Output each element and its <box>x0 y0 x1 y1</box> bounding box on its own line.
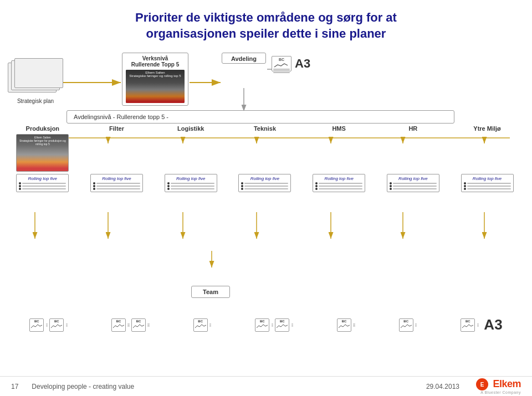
dept-col-filter: Filter Rolling top five <box>84 125 150 194</box>
a3-group-logistikk: BC <box>193 318 212 332</box>
rolling-box-hr: Rolling top five <box>387 174 439 192</box>
a3-mini-card-hms: BC <box>337 318 351 332</box>
bc-mini-card: BC <box>272 56 291 71</box>
a3-mini-card-f1: BC <box>111 318 126 332</box>
dept-label-hms: HMS <box>332 125 345 132</box>
a3-mini-card-ytre: BC <box>461 318 475 332</box>
bc-mini-chart <box>273 61 290 69</box>
bc-line-1 <box>273 69 290 70</box>
a3-mini-card-1: BC <box>29 318 44 332</box>
rolling-title-hms: Rolling top five <box>315 176 362 181</box>
footer-text: Developing people - creating value <box>32 383 426 390</box>
rolling-title-teknisk: Rolling top five <box>241 176 288 181</box>
a3-big-label: A3 <box>484 316 502 333</box>
title-line2: organisasjonen speiler dette i sine plan… <box>33 26 499 42</box>
bc-chart-svg <box>273 61 290 68</box>
a3-mini-card-t1: BC <box>255 318 269 332</box>
avd-bar-text: Avdelingsnivå - Rullerende topp 5 - <box>74 114 168 120</box>
dept-row: Produksjon Elkem SaltenStrategiske førin… <box>8 125 524 194</box>
rolling-title-logistikk: Rolling top five <box>167 176 214 181</box>
rolling-lines-l <box>167 182 214 190</box>
a3-mini-card-f2: BC <box>131 318 146 332</box>
a3-mini-chart-svg-1 <box>30 323 43 328</box>
dept-col-logistikk: Logistikk Rolling top five <box>157 125 224 194</box>
a3-group-produksjon: BC BC <box>29 318 68 332</box>
a3-group-hms: BC <box>337 318 355 332</box>
rolling-lines-f <box>93 182 140 190</box>
bc-line-3 <box>273 72 290 73</box>
footer-date: 29.04.2013 <box>426 383 459 390</box>
rolling-lines-hr <box>390 182 437 190</box>
elkem-logo-text: Elkem <box>493 378 521 389</box>
dept-label-produksjon: Produksjon <box>26 125 60 132</box>
rolling-box-teknisk: Rolling top five <box>238 174 291 192</box>
rolling-box-filter: Rolling top five <box>90 174 143 192</box>
strat-plan: Strategisk plan <box>8 63 63 104</box>
verksniva-doc-label: Elkem SaltenStrategiske føringer og roll… <box>126 71 185 78</box>
rolling-title-ytre: Rolling top five <box>464 176 511 181</box>
verksniva-box: Verksnivå Rullerende Topp 5 Elkem Salten… <box>122 53 188 106</box>
dept-label-teknisk: Teknisk <box>254 125 276 132</box>
elkem-logo-circle: E <box>476 378 488 390</box>
dept-doc-label: Elkem SaltenStrategiske føringer for pro… <box>17 136 68 146</box>
elkem-logo-sub: A Bluester Company <box>480 390 521 394</box>
dept-col-hms: HMS Rolling top five <box>306 125 372 194</box>
footer-page: 17 <box>11 383 18 390</box>
a3-mini-chart-svg-2 <box>50 323 63 328</box>
dept-col-ytre-miljo: Ytre Miljø Rolling top five <box>454 125 520 194</box>
verksniva-subtitle: Rullerende Topp 5 <box>131 61 180 68</box>
rolling-title-filter: Rolling top five <box>93 176 140 181</box>
a3-group-teknisk: BC BC <box>255 318 293 332</box>
diagram: Strategisk plan Verksnivå Rullerende Top… <box>0 45 532 377</box>
a3-group-hr: BC <box>399 318 417 332</box>
dept-col-produksjon: Produksjon Elkem SaltenStrategiske førin… <box>9 125 76 194</box>
strat-plan-cards <box>8 63 63 96</box>
avdeling-box: Avdeling <box>222 53 266 64</box>
rolling-box-logistikk: Rolling top five <box>165 174 217 192</box>
rolling-lines <box>19 182 66 190</box>
rolling-box-ytre: Rolling top five <box>461 174 514 192</box>
a3-mini-card-hr: BC <box>399 318 413 332</box>
rolling-title-hr: Rolling top five <box>390 176 437 181</box>
title-line1: Prioriter de viktigste områdene og sørg … <box>33 10 499 26</box>
footer-developing-text: Developing people - creating value <box>32 383 134 390</box>
strat-plan-label: Strategisk plan <box>8 98 63 104</box>
a3-label-top: A3 <box>295 56 310 71</box>
a3-mini-lines-2 <box>65 323 68 327</box>
elkem-logo: E Elkem A Bluester Company <box>476 378 521 395</box>
main-title: Prioriter de viktigste områdene og sørg … <box>0 0 532 45</box>
rolling-box-hms: Rolling top five <box>313 174 365 192</box>
team-box: Team <box>191 286 230 298</box>
bc-mini-lines <box>273 69 290 74</box>
rolling-box-produksjon: Rolling top five <box>16 174 69 192</box>
dept-doc-produksjon: Elkem SaltenStrategiske føringer for pro… <box>16 134 69 172</box>
rolling-lines-ytre <box>464 182 511 190</box>
a3-group-ytre: BC A3 <box>461 316 502 333</box>
verksniva-doc: Elkem SaltenStrategiske føringer og roll… <box>126 70 185 103</box>
a3-bottom-row: BC BC <box>8 316 524 333</box>
team-label: Team <box>203 289 218 295</box>
a3-mini-card-2: BC <box>49 318 64 332</box>
dept-label-ytre-miljo: Ytre Miljø <box>473 125 501 132</box>
verksniva-title-text: Verksnivå <box>142 55 168 61</box>
a3-mini-card-l1: BC <box>193 318 208 332</box>
bc-mini-label: BC <box>279 58 284 61</box>
a3-mini-lines-1 <box>45 323 48 327</box>
a3-box-top: BC A3 <box>272 56 310 71</box>
rolling-lines-t <box>241 182 288 190</box>
rolling-lines-hms <box>315 182 362 190</box>
bc-line-2 <box>273 70 290 71</box>
dept-col-teknisk: Teknisk Rolling top five <box>232 125 298 194</box>
avdeling-label: Avdeling <box>226 55 262 62</box>
strat-card-3 <box>14 58 63 88</box>
avd-bar: Avdelingsnivå - Rullerende topp 5 - <box>66 110 454 124</box>
verksniva-title: Verksnivå Rullerende Topp 5 <box>126 55 185 68</box>
a3-group-filter: BC BC <box>111 318 150 332</box>
footer: 17 Developing people - creating value 29… <box>0 376 532 396</box>
dept-label-hr: HR <box>408 125 417 132</box>
page: Prioriter de viktigste områdene og sørg … <box>0 0 532 396</box>
rolling-title-produksjon: Rolling top five <box>19 176 66 181</box>
a3-mini-card-t2: BC <box>275 318 289 332</box>
dept-label-filter: Filter <box>109 125 124 132</box>
dept-col-hr: HR Rolling top five <box>380 125 446 194</box>
